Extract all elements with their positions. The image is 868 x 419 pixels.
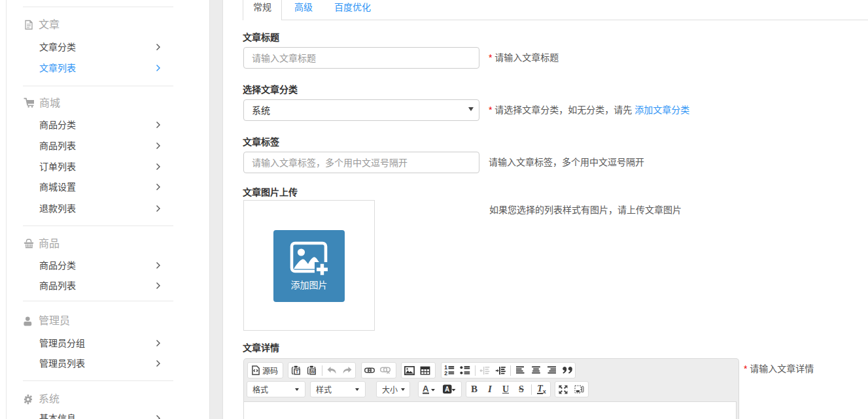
svg-text:A: A	[445, 386, 449, 393]
svg-text:A: A	[423, 384, 429, 394]
svg-text:W: W	[311, 369, 315, 374]
svg-text:2: 2	[444, 370, 447, 375]
svg-text:T: T	[296, 369, 299, 375]
